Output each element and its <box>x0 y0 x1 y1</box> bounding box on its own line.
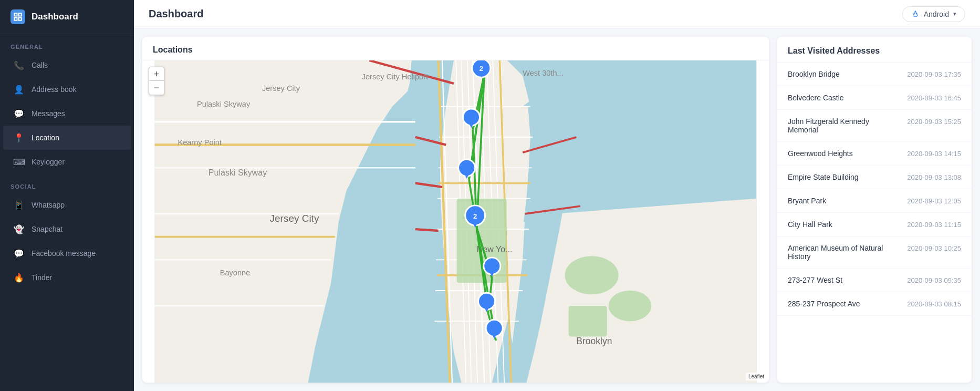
address-item[interactable]: John Fitzgerald Kennedy Memorial2020-09-… <box>777 110 972 142</box>
sidebar-section-label: SOCIAL <box>0 174 134 193</box>
address-name: John Fitzgerald Kennedy Memorial <box>788 117 898 134</box>
svg-point-48 <box>609 291 652 321</box>
sidebar-item-facebook-message[interactable]: 💬Facebook message <box>3 241 131 265</box>
address-time: 2020-09-03 16:45 <box>907 94 961 102</box>
content-area: Locations <box>134 28 980 391</box>
address-item[interactable]: 285-237 Prospect Ave2020-09-03 08:15 <box>777 292 972 316</box>
svg-point-5 <box>916 13 916 14</box>
android-chevron: ▾ <box>953 11 956 17</box>
address-item[interactable]: Empire State Building2020-09-03 13:08 <box>777 166 972 189</box>
svg-text:Brooklyn: Brooklyn <box>576 336 612 346</box>
sidebar: Dashboard GENERAL📞Calls👤Address book💬Mes… <box>0 0 134 391</box>
address-name: Empire State Building <box>788 173 859 181</box>
address-time: 2020-09-03 17:35 <box>907 70 961 78</box>
sidebar-item-keylogger[interactable]: ⌨Keylogger <box>3 150 131 174</box>
messages-icon: 💬 <box>14 108 24 119</box>
main-area: Dashboard Android ▾ Locations <box>134 0 980 391</box>
sidebar-item-label-keylogger: Keylogger <box>32 158 65 166</box>
map-panel: Locations <box>142 37 769 383</box>
address-name: City Hall Park <box>788 220 832 229</box>
sidebar-item-label-calls: Calls <box>32 61 48 69</box>
address-time: 2020-09-03 10:25 <box>907 244 961 252</box>
address-item[interactable]: 273-277 West St2020-09-03 09:35 <box>777 269 972 292</box>
sidebar-item-location[interactable]: 📍Location <box>3 126 131 150</box>
topbar: Dashboard Android ▾ <box>134 0 980 28</box>
zoom-out-button[interactable]: − <box>149 81 164 95</box>
sidebar-item-label-location: Location <box>32 133 59 142</box>
svg-text:Pulaski Skyway: Pulaski Skyway <box>197 100 251 108</box>
svg-text:West 30th...: West 30th... <box>523 69 564 77</box>
svg-rect-1 <box>19 13 22 16</box>
snapchat-icon: 👻 <box>14 224 24 234</box>
address-time: 2020-09-03 15:25 <box>907 117 961 126</box>
page-title: Dashboard <box>149 8 203 20</box>
svg-text:Jersey City Heliport: Jersey City Heliport <box>362 73 428 81</box>
map-zoom-controls: + − <box>149 67 164 95</box>
address-name: Brooklyn Bridge <box>788 70 840 78</box>
address-item[interactable]: City Hall Park2020-09-03 11:15 <box>777 213 972 236</box>
sidebar-item-label-tinder: Tinder <box>32 273 52 282</box>
sidebar-logo: Dashboard <box>0 0 134 34</box>
address-name: Greenwood Heights <box>788 149 853 158</box>
address-time: 2020-09-03 08:15 <box>907 300 961 308</box>
sidebar-item-whatsapp[interactable]: 📱Whatsapp <box>3 193 131 217</box>
address-time: 2020-09-03 14:15 <box>907 149 961 158</box>
addresses-list[interactable]: Brooklyn Bridge2020-09-03 17:35Belvedere… <box>777 63 972 383</box>
svg-text:Jersey City: Jersey City <box>270 213 319 224</box>
svg-point-4 <box>914 13 914 14</box>
map-attribution: Leaflet <box>746 373 767 380</box>
address-item[interactable]: Bryant Park2020-09-03 12:05 <box>777 189 972 213</box>
address-name: Belvedere Castle <box>788 94 844 102</box>
address-book-icon: 👤 <box>14 84 24 95</box>
tinder-icon: 🔥 <box>14 272 24 283</box>
sidebar-item-label-whatsapp: Whatsapp <box>32 201 65 209</box>
sidebar-item-label-messages: Messages <box>32 109 65 118</box>
sidebar-item-messages[interactable]: 💬Messages <box>3 101 131 126</box>
svg-rect-0 <box>14 13 17 16</box>
right-panel-header: Last Visited Addresses <box>777 37 972 63</box>
address-name: 273-277 West St <box>788 276 842 284</box>
svg-text:2: 2 <box>473 212 477 220</box>
keylogger-icon: ⌨ <box>14 157 24 167</box>
svg-text:Jersey City: Jersey City <box>262 84 300 92</box>
svg-text:Kearny Point: Kearny Point <box>178 138 221 147</box>
sidebar-item-snapchat[interactable]: 👻Snapchat <box>3 217 131 241</box>
facebook-message-icon: 💬 <box>14 248 24 259</box>
android-label: Android <box>924 10 949 18</box>
svg-text:Bayonne: Bayonne <box>220 269 251 277</box>
svg-rect-2 <box>14 18 17 20</box>
address-time: 2020-09-03 12:05 <box>907 197 961 205</box>
android-button[interactable]: Android ▾ <box>902 6 965 22</box>
address-name: 285-237 Prospect Ave <box>788 300 860 308</box>
address-item[interactable]: Greenwood Heights2020-09-03 14:15 <box>777 142 972 166</box>
logo-icon <box>11 9 25 24</box>
zoom-in-button[interactable]: + <box>149 67 164 81</box>
address-time: 2020-09-03 09:35 <box>907 276 961 284</box>
sidebar-item-label-facebook-message: Facebook message <box>32 249 96 258</box>
calls-icon: 📞 <box>14 60 24 70</box>
right-panel: Last Visited Addresses Brooklyn Bridge20… <box>777 37 972 383</box>
sidebar-item-label-snapchat: Snapchat <box>32 225 62 233</box>
svg-text:Pulaski Skyway: Pulaski Skyway <box>208 168 267 177</box>
sidebar-item-address-book[interactable]: 👤Address book <box>3 77 131 101</box>
location-icon: 📍 <box>14 132 24 143</box>
map-svg: Jersey City Pulaski Skyway Kearny Point … <box>142 60 769 383</box>
sidebar-section-label: GENERAL <box>0 34 134 53</box>
address-name: Bryant Park <box>788 197 826 205</box>
address-item[interactable]: American Museum of Natural History2020-0… <box>777 236 972 269</box>
sidebar-item-label-address-book: Address book <box>32 85 77 94</box>
sidebar-logo-label: Dashboard <box>32 12 78 22</box>
whatsapp-icon: 📱 <box>14 200 24 210</box>
address-time: 2020-09-03 11:15 <box>907 220 961 229</box>
map-panel-header: Locations <box>142 37 769 60</box>
address-time: 2020-09-03 13:08 <box>907 173 961 181</box>
map-container[interactable]: Jersey City Pulaski Skyway Kearny Point … <box>142 60 769 383</box>
address-item[interactable]: Brooklyn Bridge2020-09-03 17:35 <box>777 63 972 86</box>
sidebar-item-calls[interactable]: 📞Calls <box>3 53 131 77</box>
address-item[interactable]: Belvedere Castle2020-09-03 16:45 <box>777 86 972 110</box>
sidebar-item-tinder[interactable]: 🔥Tinder <box>3 265 131 290</box>
svg-rect-49 <box>569 306 607 336</box>
address-name: American Museum of Natural History <box>788 244 898 261</box>
svg-line-43 <box>415 229 439 231</box>
svg-text:2: 2 <box>479 65 483 73</box>
